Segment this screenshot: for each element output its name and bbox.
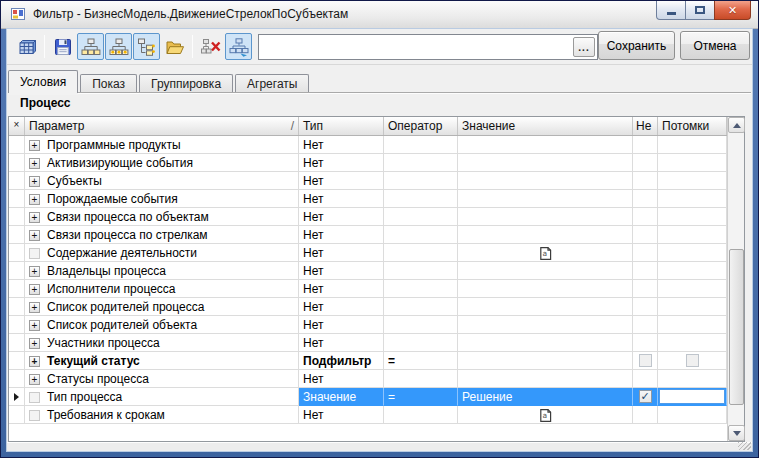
not-cell[interactable] — [633, 406, 658, 424]
table-row[interactable]: +Программные продуктыНет — [9, 136, 727, 154]
param-cell[interactable]: +Связи процесса по объектам — [25, 208, 299, 226]
value-cell[interactable] — [458, 352, 633, 370]
column-header-type[interactable]: Тип — [299, 117, 384, 135]
titlebar[interactable]: Фильтр - БизнесМодель.ДвижениеСтрелокПоС… — [1, 1, 758, 29]
not-cell[interactable]: ✓ — [633, 388, 658, 406]
not-cell[interactable] — [633, 208, 658, 226]
tab-grouping[interactable]: Группировка — [139, 74, 233, 93]
value-cell[interactable] — [458, 136, 633, 154]
expand-icon[interactable]: + — [29, 356, 40, 367]
expand-icon[interactable]: + — [29, 230, 40, 241]
descendants-cell[interactable] — [658, 406, 727, 424]
value-cell[interactable] — [458, 262, 633, 280]
param-cell[interactable]: +Список родителей процесса — [25, 298, 299, 316]
descendants-cell[interactable] — [658, 388, 727, 406]
clear-column-header[interactable]: × — [9, 117, 25, 135]
expand-icon[interactable]: + — [29, 266, 40, 277]
table-row[interactable]: +Участники процессаНет — [9, 334, 727, 352]
operator-cell[interactable] — [384, 280, 458, 298]
operator-cell[interactable] — [384, 334, 458, 352]
table-row[interactable]: +Активизирующие событияНет — [9, 154, 727, 172]
not-cell[interactable] — [633, 190, 658, 208]
table-row[interactable]: +Исполнители процессаНет — [9, 280, 727, 298]
save-button[interactable]: Сохранить — [598, 31, 675, 60]
filter-name-input[interactable] — [261, 37, 569, 57]
not-cell[interactable] — [633, 334, 658, 352]
not-cell[interactable] — [633, 172, 658, 190]
operator-cell[interactable] — [384, 316, 458, 334]
operator-cell[interactable]: = — [384, 352, 458, 370]
expand-icon[interactable]: + — [29, 140, 40, 151]
operator-cell[interactable] — [384, 298, 458, 316]
expand-icon[interactable]: + — [29, 158, 40, 169]
not-cell[interactable] — [633, 352, 658, 370]
table-row[interactable]: Содержание деятельностиНетa — [9, 244, 727, 262]
value-cell[interactable]: a — [458, 406, 633, 424]
value-cell[interactable] — [458, 280, 633, 298]
value-cell[interactable] — [458, 298, 633, 316]
not-cell[interactable] — [633, 154, 658, 172]
type-cell[interactable]: Нет — [299, 370, 384, 388]
type-cell[interactable]: Нет — [299, 406, 384, 424]
not-cell[interactable] — [633, 244, 658, 262]
table-row[interactable]: +Владельцы процессаНет — [9, 262, 727, 280]
close-button[interactable]: ✕ — [714, 1, 751, 20]
param-cell[interactable]: +Исполнители процесса — [25, 280, 299, 298]
not-checkbox[interactable]: ✓ — [639, 390, 652, 403]
descendants-cell[interactable] — [658, 190, 727, 208]
table-row[interactable]: +СубъектыНет — [9, 172, 727, 190]
descendants-cell[interactable] — [658, 136, 727, 154]
column-header-not[interactable]: Не — [633, 117, 658, 135]
column-header-operator[interactable]: Оператор — [384, 117, 458, 135]
save-button[interactable] — [49, 33, 76, 60]
descendants-cell[interactable] — [658, 208, 727, 226]
param-cell[interactable]: +Связи процесса по стрелкам — [25, 226, 299, 244]
descendants-cell[interactable] — [658, 280, 727, 298]
operator-cell[interactable]: = — [384, 388, 458, 406]
tab-aggregates[interactable]: Агрегаты — [235, 74, 309, 93]
expand-icon[interactable]: + — [29, 194, 40, 205]
not-cell[interactable] — [633, 136, 658, 154]
descendants-cell[interactable] — [658, 244, 727, 262]
operator-cell[interactable] — [384, 370, 458, 388]
table-row[interactable]: +Список родителей процессаНет — [9, 298, 727, 316]
table-row[interactable]: +Текущий статусПодфильтр= — [9, 352, 727, 370]
operator-cell[interactable] — [384, 154, 458, 172]
value-cell[interactable]: Решение — [458, 388, 633, 406]
expand-icon[interactable]: + — [29, 284, 40, 295]
type-cell[interactable]: Нет — [299, 280, 384, 298]
open-folder-button[interactable] — [161, 33, 188, 60]
column-header-descendants[interactable]: Потомки — [658, 117, 727, 135]
table-row[interactable]: +Список родителей объектаНет — [9, 316, 727, 334]
browse-button[interactable]: ... — [573, 37, 595, 57]
expand-icon[interactable]: + — [29, 338, 40, 349]
param-cell[interactable]: +Субъекты — [25, 172, 299, 190]
table-row[interactable]: Требования к срокамНетa — [9, 406, 727, 424]
column-header-param[interactable]: Параметр / — [25, 117, 299, 135]
type-cell[interactable]: Нет — [299, 316, 384, 334]
value-cell[interactable] — [458, 190, 633, 208]
minimize-button[interactable] — [656, 1, 686, 20]
expand-icon[interactable]: + — [29, 176, 40, 187]
descendants-cell[interactable] — [658, 172, 727, 190]
descendants-cell[interactable] — [658, 262, 727, 280]
type-cell[interactable]: Значение — [299, 388, 384, 406]
operator-cell[interactable] — [384, 406, 458, 424]
not-cell[interactable] — [633, 370, 658, 388]
operator-cell[interactable] — [384, 136, 458, 154]
operator-cell[interactable] — [384, 190, 458, 208]
not-cell[interactable] — [633, 226, 658, 244]
param-cell[interactable]: +Статусы процесса — [25, 370, 299, 388]
type-cell[interactable]: Нет — [299, 226, 384, 244]
not-checkbox[interactable] — [639, 354, 652, 367]
param-cell[interactable]: +Текущий статус — [25, 352, 299, 370]
param-cell[interactable]: +Порождаемые события — [25, 190, 299, 208]
scroll-down-button[interactable] — [728, 425, 745, 441]
vertical-scrollbar[interactable] — [727, 117, 744, 441]
table-row[interactable]: Тип процессаЗначение=Решение✓ — [9, 388, 727, 406]
delete-hierarchy-button[interactable] — [197, 33, 224, 60]
operator-cell[interactable] — [384, 208, 458, 226]
param-cell[interactable]: +Программные продукты — [25, 136, 299, 154]
not-cell[interactable] — [633, 262, 658, 280]
type-cell[interactable]: Нет — [299, 154, 384, 172]
